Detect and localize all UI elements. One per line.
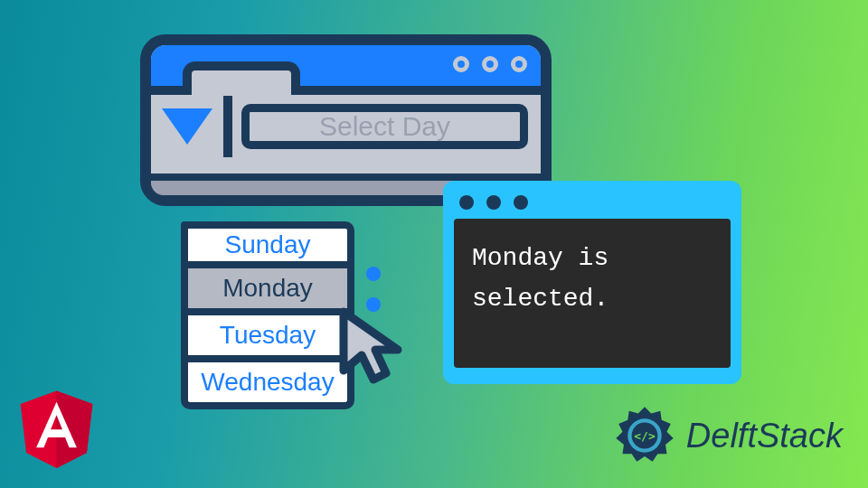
dropdown-option-wednesday[interactable]: Wednesday [181, 362, 354, 409]
titlebar [151, 45, 541, 95]
select-placeholder[interactable]: Select Day [241, 104, 528, 149]
window-dot-icon [453, 56, 469, 72]
delftstack-branding: </> DelftStack [612, 403, 843, 468]
triangle-down-icon [162, 108, 212, 145]
angular-logo-icon [14, 384, 99, 474]
dot-icon [366, 267, 381, 281]
dropdown-option-tuesday[interactable]: Tuesday [181, 315, 354, 362]
terminal-dots [454, 192, 731, 219]
window-dot-icon [511, 56, 527, 72]
terminal-window: Monday is selected. [443, 181, 741, 384]
terminal-output: Monday is selected. [454, 219, 731, 368]
site-name-label: DelftStack [686, 417, 843, 455]
cursor-arrow-icon [330, 303, 420, 393]
window-controls[interactable] [453, 56, 527, 72]
toolbar-row: Select Day [151, 95, 541, 158]
browser-tab[interactable] [183, 61, 300, 95]
window-dot-icon [482, 56, 498, 72]
terminal-dot-icon [486, 195, 501, 210]
delftstack-logo-icon: </> [612, 403, 677, 468]
svg-text:</>: </> [634, 429, 656, 443]
dropdown-option-sunday[interactable]: Sunday [181, 221, 354, 268]
dropdown-options-list: Sunday Monday Tuesday Wednesday [181, 221, 354, 409]
dropdown-option-monday[interactable]: Monday [181, 268, 354, 315]
terminal-dot-icon [514, 195, 528, 210]
dropdown-toggle-button[interactable] [151, 96, 232, 157]
terminal-dot-icon [459, 195, 474, 210]
